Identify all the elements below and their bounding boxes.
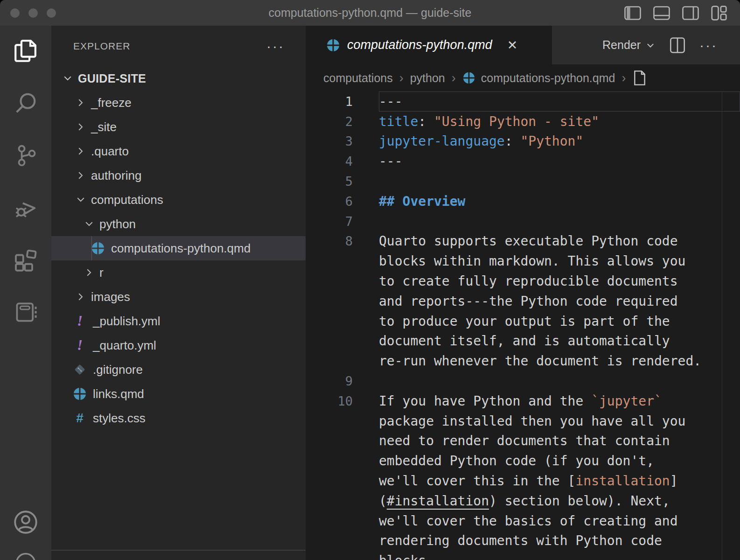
- code-line[interactable]: document itself, and is automatically: [306, 331, 740, 351]
- zoom-window-button[interactable]: [47, 8, 56, 18]
- tree-item-label: r: [99, 266, 104, 280]
- code-line[interactable]: and reports---the Python code required: [306, 291, 740, 311]
- outline-section[interactable]: OUTLINE: [51, 550, 306, 560]
- chevron-down-icon: [75, 194, 87, 206]
- chevron-right-icon: [75, 169, 87, 182]
- activity-notebook[interactable]: [0, 287, 51, 339]
- tree-item-quarto-dir[interactable]: .quarto: [51, 139, 306, 163]
- tree-item-authoring[interactable]: authoring: [51, 163, 306, 188]
- close-tab-icon[interactable]: ✕: [507, 38, 518, 53]
- activity-search[interactable]: [0, 78, 51, 130]
- search-icon: [13, 90, 39, 118]
- book-icon: [13, 300, 38, 327]
- account-icon: [13, 509, 39, 537]
- code-line[interactable]: we'll cover the basics of creating and: [306, 511, 740, 531]
- editor-more-actions[interactable]: ···: [699, 37, 718, 53]
- tree-item-site[interactable]: _site: [51, 115, 306, 139]
- breadcrumb-file[interactable]: computations-python.qmd: [481, 71, 615, 85]
- tree-item-label: _publish.yml: [93, 314, 161, 329]
- activity-extensions[interactable]: [0, 235, 51, 287]
- breadcrumb-separator: ›: [398, 71, 405, 85]
- tree-item-computations-python-qmd[interactable]: computations-python.qmd: [51, 236, 306, 260]
- code-line[interactable]: embedded Python code (if you don't,: [306, 451, 740, 471]
- chevron-down-icon: [83, 218, 95, 230]
- code-line[interactable]: package installed then you have all you: [306, 411, 740, 431]
- chevron-down-icon: [645, 40, 656, 50]
- tree-item-styles-css[interactable]: # styles.css: [51, 406, 306, 430]
- code-line[interactable]: 6## Overview: [306, 191, 740, 211]
- chevron-right-icon: [83, 266, 95, 279]
- code-line[interactable]: 1---: [306, 91, 740, 112]
- code-line[interactable]: 4---: [306, 151, 740, 171]
- chevron-right-icon: [75, 145, 87, 157]
- code-line[interactable]: 5: [306, 171, 740, 191]
- activity-explorer[interactable]: [0, 26, 51, 78]
- code-editor[interactable]: 1---2title: "Using Python - site"3jupyte…: [306, 91, 740, 560]
- tree-item-label: .gitignore: [93, 363, 143, 377]
- tree-item-publish-yml[interactable]: ! _publish.yml: [51, 309, 306, 333]
- extensions-icon: [13, 247, 39, 275]
- toggle-secondary-sidebar-icon[interactable]: [682, 6, 699, 20]
- tab-computations-python-qmd[interactable]: computations-python.qmd ✕: [306, 26, 552, 64]
- code-line[interactable]: 7: [306, 211, 740, 231]
- code-line[interactable]: rendering documents with Python code: [306, 531, 740, 551]
- toggle-panel-icon[interactable]: [653, 6, 670, 20]
- render-button[interactable]: Render: [602, 38, 656, 52]
- code-line[interactable]: we'll cover this in the [installation]: [306, 471, 740, 491]
- code-line[interactable]: 2title: "Using Python - site": [306, 112, 740, 132]
- tree-item-python[interactable]: python: [51, 212, 306, 236]
- breadcrumb-folder[interactable]: python: [410, 71, 445, 85]
- chevron-right-icon: [75, 97, 87, 109]
- tree-item-quarto-yml[interactable]: ! _quarto.yml: [51, 333, 306, 357]
- activity-run-debug[interactable]: [0, 182, 51, 235]
- code-line[interactable]: to produce your output is part of the: [306, 311, 740, 331]
- chevron-down-icon: [62, 72, 74, 84]
- breadcrumb-separator: ›: [621, 71, 627, 85]
- quarto-file-icon: [462, 71, 475, 84]
- tree-root-guide-site[interactable]: GUIDE-SITE: [51, 66, 306, 91]
- code-line[interactable]: to create fully reproducible documents: [306, 271, 740, 291]
- activity-source-control[interactable]: [0, 130, 51, 182]
- quarto-file-icon: [326, 38, 340, 52]
- code-line[interactable]: 8Quarto supports executable Python code: [306, 231, 740, 252]
- code-line[interactable]: need to render documents that contain: [306, 431, 740, 451]
- code-line[interactable]: re-run whenever the document is rendered…: [306, 351, 740, 371]
- code-line[interactable]: 10If you have Python and the `jupyter`: [306, 391, 740, 411]
- tree-item-images[interactable]: images: [51, 285, 306, 309]
- activity-settings[interactable]: [0, 549, 51, 560]
- tab-label: computations-python.qmd: [347, 38, 492, 52]
- tree-item-gitignore[interactable]: .gitignore: [51, 357, 306, 382]
- tree-item-label: _site: [91, 120, 117, 134]
- files-icon: [12, 37, 39, 66]
- activity-bar: [0, 26, 51, 560]
- code-line[interactable]: 3jupyter-language: "Python": [306, 132, 740, 152]
- split-editor-button[interactable]: [670, 37, 685, 54]
- tree-item-freeze[interactable]: _freeze: [51, 91, 306, 115]
- customize-layout-icon[interactable]: [711, 6, 727, 21]
- close-window-button[interactable]: [10, 8, 20, 18]
- breadcrumb: computations › python › computations-pyt…: [306, 64, 740, 91]
- tree-item-label: _quarto.yml: [93, 338, 156, 353]
- tree-item-label: .quarto: [91, 144, 129, 159]
- code-line[interactable]: blocks within markdown. This allows you: [306, 251, 740, 271]
- tree-item-links-qmd[interactable]: links.qmd: [51, 382, 306, 406]
- titlebar: computations-python.qmd — guide-site: [0, 0, 740, 26]
- minimize-window-button[interactable]: [28, 8, 38, 18]
- code-line[interactable]: 9: [306, 371, 740, 391]
- tree-item-label: computations: [91, 193, 163, 207]
- toggle-primary-sidebar-icon[interactable]: [624, 6, 641, 20]
- code-line[interactable]: blocks: [306, 551, 740, 560]
- tree-item-label: computations-python.qmd: [111, 241, 251, 256]
- yaml-file-icon: !: [73, 338, 87, 352]
- activity-accounts[interactable]: [0, 497, 51, 549]
- tree-item-r[interactable]: r: [51, 260, 306, 285]
- run-debug-icon: [13, 195, 39, 223]
- tree-item-computations[interactable]: computations: [51, 188, 306, 212]
- breadcrumb-folder[interactable]: computations: [323, 71, 393, 85]
- code-lines: 1---2title: "Using Python - site"3jupyte…: [306, 91, 740, 560]
- tree-item-label: _freeze: [91, 96, 132, 110]
- tab-bar: computations-python.qmd ✕ Render ···: [306, 26, 740, 64]
- tree-item-label: images: [91, 290, 130, 304]
- code-line[interactable]: (#installation) section below). Next,: [306, 491, 740, 511]
- tree-item-label: python: [99, 217, 136, 231]
